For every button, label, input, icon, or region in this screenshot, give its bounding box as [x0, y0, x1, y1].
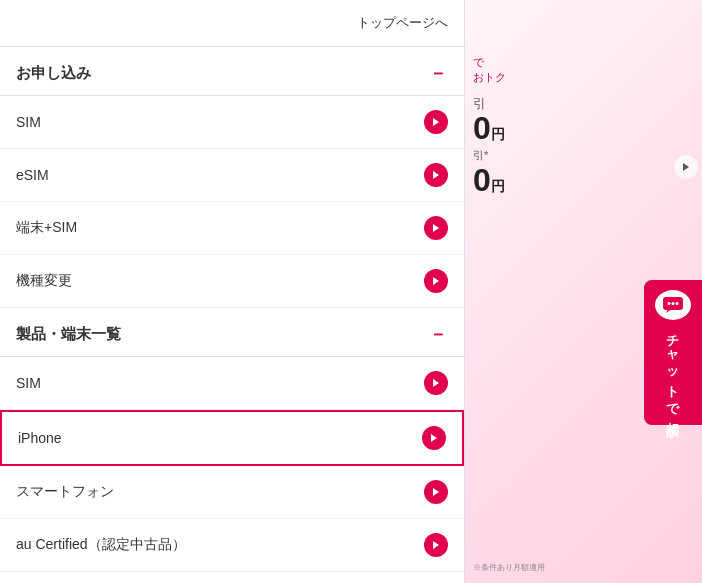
menu-item-au-certified[interactable]: au Certified（認定中古品）: [0, 519, 464, 572]
menu-item-label-iphone: iPhone: [18, 430, 62, 446]
svg-marker-0: [433, 118, 439, 126]
arrow-icon-esim: [424, 163, 448, 187]
bg-text-otoku: おトク: [473, 70, 506, 85]
menu-item-sim[interactable]: SIM: [0, 96, 464, 149]
arrow-icon-au-certified: [424, 533, 448, 557]
svg-point-12: [668, 302, 671, 305]
arrow-icon-smartphone: [424, 480, 448, 504]
chat-bubble-icon: [662, 296, 684, 314]
top-page-link-row: トップページへ: [0, 0, 464, 47]
menu-item-label-sim: SIM: [16, 114, 41, 130]
svg-marker-5: [431, 434, 437, 442]
chat-button[interactable]: チャットで相談: [644, 280, 702, 425]
bg-text-de: で: [473, 55, 484, 70]
svg-marker-2: [433, 224, 439, 232]
menu-item-label-smartphone: スマートフォン: [16, 483, 114, 501]
right-panel: × で おトク 引 0円 引* 0円 ※条件あり月額適用: [465, 0, 702, 583]
svg-marker-4: [433, 379, 439, 387]
menu-item-label-model-change: 機種変更: [16, 272, 72, 290]
collapse-icon-application[interactable]: －: [428, 63, 448, 83]
menu-item-sim2[interactable]: SIM: [0, 357, 464, 410]
svg-marker-1: [433, 171, 439, 179]
right-panel-note: ※条件あり月額適用: [473, 562, 545, 573]
svg-point-13: [672, 302, 675, 305]
svg-marker-6: [433, 488, 439, 496]
chat-icon-area: [655, 290, 691, 320]
top-page-link[interactable]: トップページへ: [357, 14, 448, 32]
section-title-products: 製品・端末一覧: [16, 325, 121, 344]
menu-item-accessories[interactable]: アクセサリー: [0, 572, 464, 583]
menu-item-label-au-certified: au Certified（認定中古品）: [16, 536, 186, 554]
menu-item-device-sim[interactable]: 端末+SIM: [0, 202, 464, 255]
right-panel-arrow[interactable]: [674, 155, 698, 179]
menu-item-model-change[interactable]: 機種変更: [0, 255, 464, 308]
chat-label: チャットで相談: [665, 326, 681, 415]
svg-point-14: [676, 302, 679, 305]
bg-price1: 0円: [473, 110, 505, 147]
section-title-application: お申し込み: [16, 64, 91, 83]
bg-label-hiki2: 引*: [473, 148, 488, 163]
menu-item-esim[interactable]: eSIM: [0, 149, 464, 202]
menu-item-label-device-sim: 端末+SIM: [16, 219, 77, 237]
arrow-icon-iphone: [422, 426, 446, 450]
arrow-icon-sim2: [424, 371, 448, 395]
menu-item-label-sim2: SIM: [16, 375, 41, 391]
svg-marker-10: [683, 163, 689, 171]
svg-marker-7: [433, 541, 439, 549]
collapse-icon-products[interactable]: －: [428, 324, 448, 344]
arrow-icon-model-change: [424, 269, 448, 293]
menu-item-iphone[interactable]: iPhone: [0, 410, 464, 466]
menu-item-smartphone[interactable]: スマートフォン: [0, 466, 464, 519]
bg-price2: 0円: [473, 162, 505, 199]
arrow-icon-sim: [424, 110, 448, 134]
arrow-icon-device-sim: [424, 216, 448, 240]
svg-marker-3: [433, 277, 439, 285]
menu-item-label-esim: eSIM: [16, 167, 49, 183]
section-header-application: お申し込み －: [0, 47, 464, 96]
menu-panel: トップページへ お申し込み － SIM eSIM 端末+SIM 機種変: [0, 0, 465, 583]
section-header-products: 製品・端末一覧 －: [0, 308, 464, 357]
